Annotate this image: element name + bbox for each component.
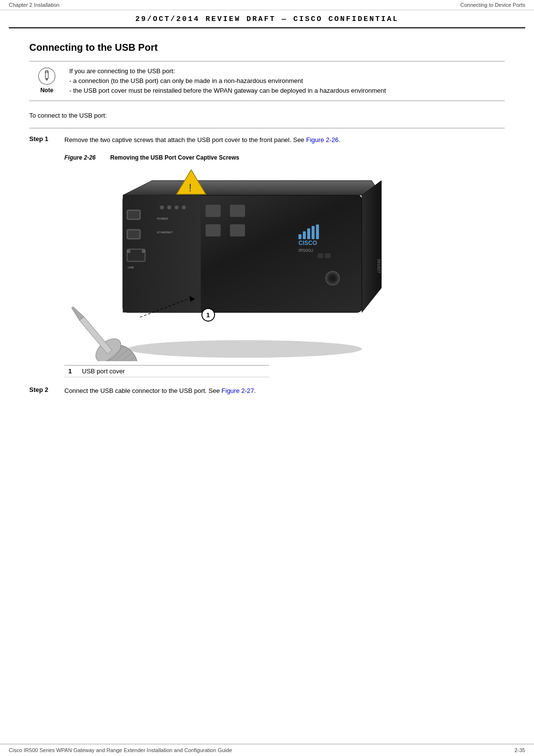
note-text: If you are connecting to the USB port: -…	[64, 66, 505, 96]
step2-row: Step 2 Connect the USB cable connector t…	[29, 386, 505, 396]
device-illustration: POWER ETHERNET USB	[64, 166, 386, 361]
svg-text:IR500U: IR500U	[298, 248, 314, 253]
step1-text-before: Remove the two captive screws that attac…	[64, 136, 306, 143]
svg-text:ETHERNET: ETHERNET	[157, 231, 173, 234]
svg-text:!: !	[189, 182, 192, 194]
figure-caption-text: Removing the USB Port Cover Captive Scre…	[110, 154, 239, 161]
svg-rect-27	[206, 225, 220, 236]
page-wrapper: Chapter 2 Installation Connecting to Dev…	[0, 0, 534, 756]
svg-point-20	[167, 205, 171, 209]
svg-rect-14	[128, 230, 139, 238]
step2-label: Step 2	[29, 386, 64, 393]
draft-banner-text: 29/OCT/2014 REVIEW DRAFT — CISCO CONFIDE…	[135, 15, 398, 23]
svg-rect-41	[325, 254, 330, 258]
svg-rect-32	[307, 228, 310, 239]
svg-rect-46	[79, 317, 112, 354]
footer: Cisco IR500 Series WPAN Gateway and Rang…	[0, 744, 534, 756]
figure-label-text: Figure 2-26	[64, 154, 96, 161]
svg-point-18	[142, 250, 145, 253]
note-line-2: - a connection (to the USB port) can onl…	[69, 77, 303, 84]
page-title: Connecting to the USB Port	[29, 42, 505, 53]
svg-text:POWER: POWER	[157, 217, 168, 220]
step1-label: Step 1	[29, 135, 64, 143]
step1-link[interactable]: Figure 2-26	[306, 136, 338, 143]
svg-rect-34	[316, 225, 319, 239]
intro-para: To connect to the USB port:	[29, 111, 505, 121]
section-label: Connecting to Device Ports	[460, 2, 525, 8]
legend-number-1: 1	[64, 368, 82, 375]
svg-point-22	[182, 205, 186, 209]
note-pencil-icon	[38, 67, 56, 85]
svg-point-6	[128, 340, 362, 358]
top-bar: Chapter 2 Installation Connecting to Dev…	[0, 0, 534, 10]
legend-desc-1: USB port cover	[82, 368, 125, 375]
step1-row: Step 1 Remove the two captive screws tha…	[29, 135, 505, 145]
note-line-1: If you are connecting to the USB port:	[69, 67, 175, 75]
figure-label: Figure 2-26	[64, 154, 96, 161]
note-label: Note	[40, 87, 54, 94]
step2-link[interactable]: Figure 2-27	[221, 387, 254, 394]
svg-point-17	[127, 250, 130, 253]
chapter-label: Chapter 2 Installation	[9, 2, 59, 8]
svg-rect-40	[318, 254, 323, 258]
step1-text: Remove the two captive screws that attac…	[64, 135, 505, 145]
step1-divider	[29, 128, 505, 128]
svg-marker-47	[70, 306, 84, 321]
svg-text:CISCO: CISCO	[298, 240, 317, 246]
step1-text-after: .	[338, 136, 340, 143]
svg-rect-33	[312, 226, 315, 239]
step2-text-after: .	[254, 387, 256, 394]
main-content: Connecting to the USB Port Note	[0, 28, 534, 413]
figure-caption: Figure 2-26 Removing the USB Port Cover …	[64, 154, 505, 161]
svg-rect-31	[303, 231, 306, 239]
svg-rect-29	[230, 225, 245, 236]
svg-rect-28	[230, 205, 245, 217]
footer-right: 2-35	[514, 747, 525, 753]
footer-left: Cisco IR500 Series WPAN Gateway and Rang…	[9, 747, 232, 753]
svg-marker-9	[362, 181, 381, 312]
device-svg: POWER ETHERNET USB	[64, 166, 386, 361]
svg-rect-26	[206, 205, 220, 217]
svg-text:1: 1	[206, 311, 210, 319]
svg-text:391607: 391607	[376, 259, 381, 273]
svg-point-21	[175, 205, 178, 209]
svg-rect-30	[298, 234, 301, 239]
draft-banner: 29/OCT/2014 REVIEW DRAFT — CISCO CONFIDE…	[9, 10, 525, 28]
legend-table: 1 USB port cover	[64, 365, 269, 377]
legend-row-1: 1 USB port cover	[64, 366, 269, 377]
note-box: Note If you are connecting to the USB po…	[29, 61, 505, 101]
step2-text-before: Connect the USB cable connector to the U…	[64, 387, 221, 394]
svg-marker-2	[45, 79, 48, 81]
svg-point-39	[330, 276, 335, 281]
svg-rect-12	[128, 211, 139, 219]
note-line-3: - the USB port cover must be reinstalled…	[69, 87, 386, 94]
svg-text:USB: USB	[128, 266, 134, 269]
svg-marker-8	[123, 181, 381, 195]
svg-point-19	[160, 205, 164, 209]
step2-text: Connect the USB cable connector to the U…	[64, 386, 505, 396]
note-icon-area: Note	[29, 66, 64, 94]
figure-2-26-container: Figure 2-26 Removing the USB Port Cover …	[64, 154, 505, 377]
svg-point-0	[39, 68, 55, 84]
